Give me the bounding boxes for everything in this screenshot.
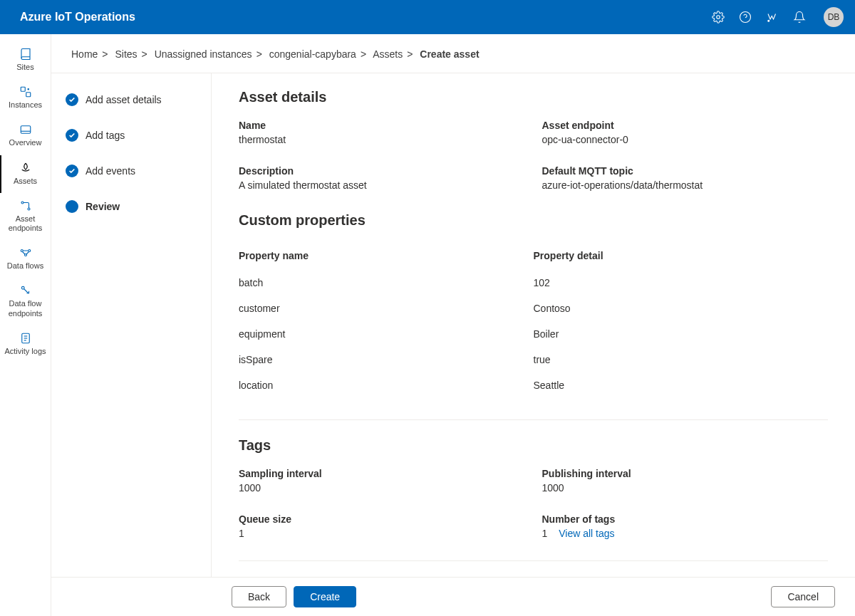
name-value: thermostat bbox=[239, 134, 525, 145]
asset-endpoint-label: Asset endpoint bbox=[542, 120, 829, 131]
property-detail: Boiler bbox=[534, 328, 829, 340]
section-heading-tags: Tags bbox=[239, 437, 828, 454]
wizard-step-label: Add tags bbox=[86, 130, 125, 141]
sidebar-item-label: Assets bbox=[14, 177, 37, 186]
property-row: batch 102 bbox=[239, 270, 828, 296]
mqtt-topic-label: Default MQTT topic bbox=[542, 165, 829, 177]
property-row: equipment Boiler bbox=[239, 321, 828, 347]
sidebar-item-activity-logs[interactable]: Activity logs bbox=[0, 325, 51, 363]
body: Sites Instances Overview Assets Asset en… bbox=[0, 34, 855, 616]
sidebar-item-asset-endpoints[interactable]: Asset endpoints bbox=[0, 193, 51, 240]
bottom-action-bar: Back Create Cancel bbox=[51, 577, 855, 616]
wizard-step-asset-details[interactable]: Add asset details bbox=[66, 93, 197, 106]
name-label: Name bbox=[239, 120, 525, 131]
help-icon[interactable] bbox=[738, 10, 752, 24]
queue-size-label: Queue size bbox=[239, 513, 525, 525]
svg-rect-4 bbox=[21, 87, 25, 91]
checkmark-icon bbox=[66, 165, 78, 177]
checkmark-icon bbox=[66, 93, 78, 106]
svg-point-12 bbox=[28, 250, 30, 252]
svg-point-6 bbox=[28, 89, 29, 90]
wizard-step-label: Add events bbox=[86, 165, 135, 177]
main: Home> Sites> Unassigned instances> conge… bbox=[51, 34, 855, 616]
asset-endpoints-icon bbox=[19, 199, 33, 213]
sidebar-item-overview[interactable]: Overview bbox=[0, 117, 51, 155]
current-step-icon bbox=[66, 200, 78, 213]
sidebar-item-label: Asset endpoints bbox=[3, 214, 48, 233]
property-name: customer bbox=[239, 303, 534, 314]
svg-point-14 bbox=[21, 287, 24, 290]
checkmark-icon bbox=[66, 129, 78, 142]
breadcrumb: Home> Sites> Unassigned instances> conge… bbox=[51, 34, 855, 73]
assets-icon bbox=[19, 161, 33, 175]
sidebar-item-label: Sites bbox=[16, 63, 33, 72]
sidebar-item-label: Activity logs bbox=[4, 347, 46, 356]
notifications-icon[interactable] bbox=[792, 10, 807, 24]
feedback-icon[interactable] bbox=[765, 10, 779, 24]
property-name: location bbox=[239, 380, 534, 391]
wizard-step-label: Review bbox=[86, 201, 120, 212]
svg-rect-7 bbox=[21, 126, 31, 134]
wizard-steps: Add asset details Add tags Add events Re… bbox=[51, 73, 212, 577]
create-button[interactable]: Create bbox=[294, 586, 356, 607]
mqtt-topic-value: azure-iot-operations/data/thermostat bbox=[542, 179, 829, 191]
wizard-step-add-tags[interactable]: Add tags bbox=[66, 129, 197, 142]
sidebar-item-dataflow-endpoints[interactable]: Data flow endpoints bbox=[0, 278, 51, 325]
instances-icon bbox=[19, 85, 33, 99]
svg-point-9 bbox=[21, 202, 24, 204]
cancel-button[interactable]: Cancel bbox=[771, 586, 835, 607]
section-heading-custom-properties: Custom properties bbox=[239, 212, 828, 229]
divider bbox=[239, 419, 828, 420]
property-detail: Contoso bbox=[534, 303, 829, 314]
dataflows-icon bbox=[19, 246, 33, 260]
svg-point-10 bbox=[28, 208, 30, 210]
breadcrumb-link[interactable]: Assets bbox=[373, 48, 403, 60]
sidebar-item-label: Data flow endpoints bbox=[3, 299, 48, 318]
publishing-interval-label: Publishing interval bbox=[542, 468, 829, 479]
sidebar-item-label: Data flows bbox=[7, 261, 43, 271]
wizard-step-add-events[interactable]: Add events bbox=[66, 165, 197, 177]
dataflow-endpoints-icon bbox=[19, 283, 33, 298]
wizard-step-label: Add asset details bbox=[86, 94, 162, 105]
view-all-tags-link[interactable]: View all tags bbox=[559, 528, 614, 539]
sampling-interval-value: 1000 bbox=[239, 482, 525, 494]
sidebar-item-instances[interactable]: Instances bbox=[0, 79, 51, 117]
svg-point-11 bbox=[21, 250, 23, 252]
sidebar-item-dataflows[interactable]: Data flows bbox=[0, 240, 51, 278]
wizard-step-review[interactable]: Review bbox=[66, 200, 197, 213]
back-button[interactable]: Back bbox=[232, 586, 286, 607]
property-row: customer Contoso bbox=[239, 296, 828, 321]
property-name: isSpare bbox=[239, 354, 534, 365]
description-label: Description bbox=[239, 165, 525, 177]
breadcrumb-link[interactable]: congenial-capybara bbox=[269, 48, 356, 60]
custom-properties-table: Property name Property detail batch 102 … bbox=[239, 243, 828, 398]
property-name: batch bbox=[239, 277, 534, 288]
svg-rect-5 bbox=[26, 93, 30, 97]
review-panel: Asset details Name thermostat Asset endp… bbox=[212, 73, 855, 577]
number-of-tags-label: Number of tags bbox=[542, 513, 829, 525]
asset-endpoint-value: opc-ua-connector-0 bbox=[542, 134, 829, 145]
activity-logs-icon bbox=[19, 331, 33, 345]
property-row: isSpare true bbox=[239, 347, 828, 372]
user-avatar[interactable]: DB bbox=[824, 7, 844, 27]
header-actions: DB bbox=[711, 7, 844, 27]
property-row: location Seattle bbox=[239, 372, 828, 398]
queue-size-value: 1 bbox=[239, 528, 525, 539]
publishing-interval-value: 1000 bbox=[542, 482, 829, 494]
sidebar-item-sites[interactable]: Sites bbox=[0, 41, 51, 79]
settings-icon[interactable] bbox=[711, 10, 725, 24]
svg-point-3 bbox=[768, 20, 770, 21]
section-heading-asset-details: Asset details bbox=[239, 89, 828, 105]
breadcrumb-link[interactable]: Sites bbox=[115, 48, 137, 60]
description-value: A simulated thermostat asset bbox=[239, 179, 525, 191]
sidebar: Sites Instances Overview Assets Asset en… bbox=[0, 34, 51, 616]
sidebar-item-label: Instances bbox=[9, 100, 42, 110]
property-name: equipment bbox=[239, 328, 534, 340]
content-row: Add asset details Add tags Add events Re… bbox=[51, 73, 855, 577]
overview-icon bbox=[19, 122, 33, 137]
sites-icon bbox=[19, 47, 33, 61]
breadcrumb-link[interactable]: Home bbox=[71, 48, 98, 60]
property-detail: 102 bbox=[534, 277, 829, 288]
sidebar-item-assets[interactable]: Assets bbox=[0, 155, 51, 193]
breadcrumb-link[interactable]: Unassigned instances bbox=[155, 48, 252, 60]
